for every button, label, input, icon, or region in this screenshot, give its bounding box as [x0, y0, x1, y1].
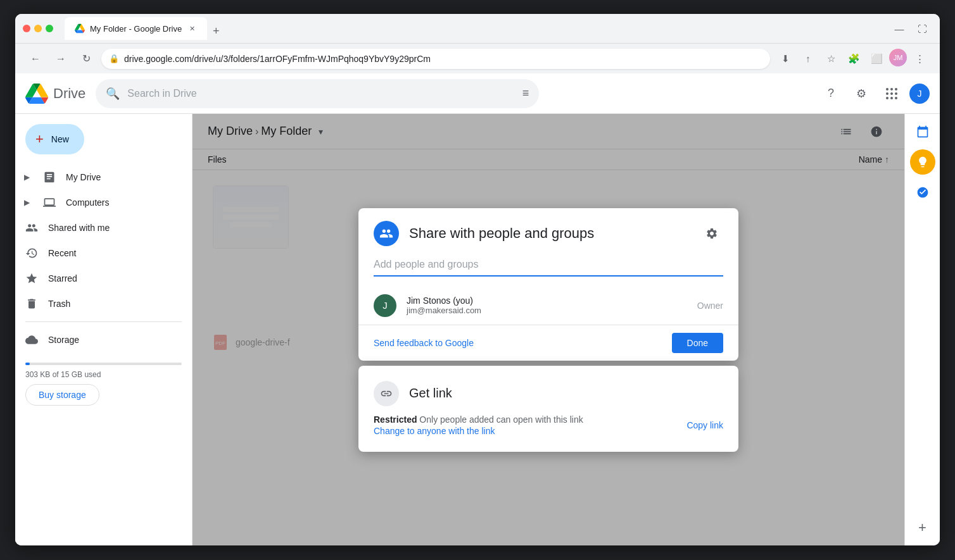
get-link-header: Get link [374, 381, 723, 406]
add-people-input[interactable] [374, 256, 723, 273]
new-tab-button[interactable]: + [207, 22, 225, 40]
fullscreen-button[interactable]: ⛶ [912, 18, 932, 39]
calendar-button[interactable] [910, 119, 935, 144]
refresh-button[interactable]: ↻ [76, 49, 96, 69]
sidebar-item-trash[interactable]: Trash [15, 291, 182, 316]
share-dialog-title: Share with people and groups [409, 225, 594, 242]
keep-button[interactable] [910, 149, 935, 175]
sidebar-item-starred[interactable]: Starred [15, 266, 182, 291]
drive-logo: Drive [25, 82, 85, 105]
share-settings-button[interactable] [700, 222, 723, 245]
extensions-button[interactable]: 🧩 [844, 49, 864, 69]
starred-label: Starred [48, 273, 77, 283]
tab-bar: My Folder - Google Drive ✕ + [58, 17, 884, 40]
back-button[interactable]: ← [25, 49, 46, 69]
app-name: Drive [53, 85, 85, 102]
chrome-user-avatar[interactable]: JM [889, 49, 907, 66]
tab-title: My Folder - Google Drive [90, 24, 182, 34]
lock-icon: 🔒 [109, 54, 119, 63]
minimize-button[interactable] [34, 25, 42, 32]
svg-point-5 [895, 92, 897, 95]
get-link-title: Get link [409, 386, 452, 401]
filter-icon[interactable]: ≡ [522, 87, 529, 100]
restriction-text: Restricted Only people added can open wi… [374, 414, 583, 425]
sidebar-item-shared[interactable]: Shared with me [15, 215, 182, 240]
tab-close-button[interactable]: ✕ [187, 23, 197, 34]
user-avatar[interactable]: J [909, 84, 930, 104]
computers-label: Computers [66, 197, 109, 208]
share-footer: Send feedback to Google Done [358, 325, 738, 361]
get-link-dialog: Get link Restricted Only people added ca… [358, 366, 738, 452]
tasks-button[interactable] [910, 180, 935, 205]
drive-app: Drive 🔍 ≡ ? ⚙ J [15, 73, 940, 545]
main-content: + New ▶ My Drive ▶ Computers [15, 114, 940, 545]
sidebar-item-computers[interactable]: ▶ Computers [15, 190, 182, 215]
new-button-label: New [51, 134, 69, 144]
shared-icon [25, 221, 38, 234]
new-button[interactable]: + New [25, 124, 84, 154]
storage-bar [25, 363, 182, 365]
minimize-window[interactable]: — [889, 18, 909, 39]
my-drive-icon [43, 171, 56, 184]
modal-overlay: Share with people and groups J [193, 114, 904, 545]
storage-bar-fill [25, 363, 30, 365]
active-tab[interactable]: My Folder - Google Drive ✕ [65, 17, 207, 40]
maximize-button[interactable] [46, 25, 53, 32]
person-email: jim@makersaid.com [407, 306, 687, 315]
copy-link-button[interactable]: Copy link [686, 420, 723, 430]
tab-strip-button[interactable]: ⬜ [866, 49, 887, 69]
close-button[interactable] [23, 25, 30, 32]
recent-label: Recent [48, 248, 76, 258]
svg-point-6 [886, 97, 889, 99]
storage-usage-text: 303 KB of 15 GB used [25, 370, 182, 379]
svg-point-3 [886, 92, 889, 95]
share-input-area [358, 256, 738, 287]
share-dialog-header: Share with people and groups [358, 208, 738, 256]
forward-button[interactable]: → [51, 49, 71, 69]
add-panel-button[interactable]: + [910, 515, 935, 540]
traffic-lights [23, 25, 53, 32]
person-role: Owner [697, 301, 723, 311]
address-bar[interactable]: 🔒 drive.google.com/drive/u/3/folders/1ar… [101, 49, 770, 69]
chrome-menu-button[interactable]: ⋮ [909, 49, 930, 69]
nav-bar: ← → ↻ 🔒 drive.google.com/drive/u/3/folde… [15, 43, 940, 73]
apps-button[interactable] [879, 81, 904, 106]
sidebar-item-storage[interactable]: Storage [15, 327, 182, 352]
svg-point-8 [895, 97, 897, 99]
recent-icon [25, 247, 38, 259]
change-link-button[interactable]: Change to anyone with the link [374, 426, 495, 436]
search-input[interactable] [127, 88, 514, 99]
shared-label: Shared with me [48, 223, 110, 233]
starred-icon [25, 272, 38, 285]
trash-icon [25, 297, 38, 310]
sidebar: + New ▶ My Drive ▶ Computers [15, 114, 193, 545]
sidebar-item-recent[interactable]: Recent [15, 240, 182, 266]
download-button[interactable]: ⬇ [775, 49, 795, 69]
browser-actions: ⬇ ↑ ☆ 🧩 ⬜ JM ⋮ [775, 49, 930, 69]
content-area: My Drive › My Folder ▾ [193, 114, 904, 545]
person-name: Jim Stonos (you) [407, 296, 687, 306]
sidebar-item-my-drive[interactable]: ▶ My Drive [15, 165, 182, 190]
search-bar[interactable]: 🔍 ≡ [96, 79, 539, 108]
person-avatar: J [374, 294, 396, 317]
get-link-desc: Restricted Only people added can open wi… [374, 414, 723, 437]
settings-button[interactable]: ⚙ [849, 81, 874, 106]
storage-section: 303 KB of 15 GB used Buy storage [25, 363, 182, 406]
expand-icon: ▶ [20, 171, 33, 184]
share-page-button[interactable]: ↑ [798, 49, 818, 69]
bookmark-button[interactable]: ☆ [821, 49, 841, 69]
done-button[interactable]: Done [672, 333, 723, 353]
tab-favicon [75, 23, 85, 34]
trash-label: Trash [48, 299, 70, 309]
new-plus-icon: + [35, 131, 44, 147]
app-header: Drive 🔍 ≡ ? ⚙ J [15, 73, 940, 114]
svg-point-1 [890, 88, 893, 90]
svg-point-4 [890, 92, 893, 95]
send-feedback-link[interactable]: Send feedback to Google [374, 338, 474, 348]
buy-storage-button[interactable]: Buy storage [25, 384, 99, 406]
share-person-row: J Jim Stonos (you) jim@makersaid.com Own… [358, 287, 738, 325]
help-button[interactable]: ? [818, 81, 844, 106]
storage-label: Storage [48, 335, 79, 345]
svg-point-0 [886, 88, 889, 90]
expand-icon-computers: ▶ [20, 196, 33, 209]
